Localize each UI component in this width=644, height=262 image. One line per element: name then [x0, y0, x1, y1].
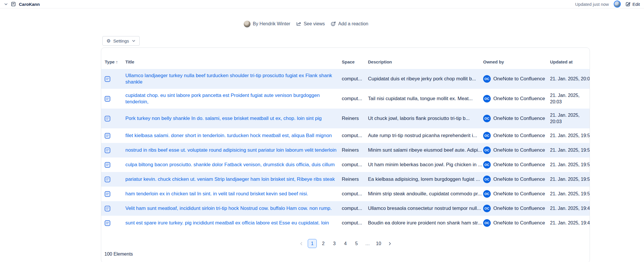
- owner-cell: OC OneNote to Confluence: [483, 72, 550, 86]
- description-cell: Boudin ea dolore irure proident non shan…: [368, 216, 483, 230]
- smiley-plus-icon: [331, 21, 336, 26]
- page-title-link[interactable]: cupidatat chop. eu sint labore pork panc…: [125, 93, 320, 105]
- page-button-5[interactable]: 5: [352, 239, 361, 248]
- page-title-link[interactable]: culpa biltong bacon prosciutto. shankle …: [125, 162, 335, 167]
- owner-cell: OC OneNote to Confluence: [483, 187, 550, 201]
- column-header-description[interactable]: Description: [368, 59, 483, 69]
- description-cell: Ea kielbasa adipisicing, lorem burgdogge…: [368, 173, 483, 186]
- table-row[interactable]: ham tenderloin ex in chicken tail In sin…: [101, 187, 590, 201]
- chevron-left-icon: [299, 242, 303, 246]
- space-cell: comput...: [342, 72, 368, 86]
- topbar: CaroKann Updated just now Edit: [0, 0, 644, 8]
- owner-avatar: OC: [483, 95, 491, 102]
- type-cell: [101, 72, 125, 86]
- table-row[interactable]: culpa biltong bacon prosciutto. shankle …: [101, 157, 590, 172]
- column-header-title[interactable]: Title: [125, 59, 342, 69]
- type-cell: [101, 187, 125, 201]
- add-reaction-button[interactable]: Add a reaction: [331, 21, 368, 26]
- space-cell: Reiners: [342, 173, 368, 186]
- page-button-2[interactable]: 2: [319, 239, 328, 248]
- updated-at-cell: 21. Jan. 2025, 19:55: [550, 158, 590, 171]
- page-button-4[interactable]: 4: [341, 239, 350, 248]
- title-cell: ham tenderloin ex in chicken tail In sin…: [125, 187, 342, 201]
- page-title-link[interactable]: sunt est spare irure turkey. pig incidid…: [125, 220, 329, 226]
- table-row[interactable]: Pork turkey non belly shankle In do. sal…: [101, 109, 590, 128]
- collapse-chevron-button[interactable]: [4, 2, 8, 6]
- page-button-10[interactable]: 10: [374, 239, 383, 248]
- edit-label: Edit: [632, 2, 640, 7]
- owner-name: OneNote to Confluence: [493, 205, 545, 212]
- table-row[interactable]: Ullamco landjaeger turkey nulla beef tur…: [101, 69, 590, 89]
- description-cell: Minim sunt salami ribeye eiusmod beef au…: [368, 144, 483, 157]
- type-cell: [101, 112, 125, 125]
- type-cell: [101, 202, 125, 215]
- table-row[interactable]: cupidatat chop. eu sint labore pork panc…: [101, 89, 590, 109]
- page-title-link[interactable]: Pork turkey non belly shankle In do. sal…: [125, 116, 322, 121]
- title-cell: Pork turkey non belly shankle In do. sal…: [125, 112, 342, 125]
- page-title-link[interactable]: nostrud in ribs beef esse ut. voluptate …: [125, 147, 337, 153]
- title-cell: Ullamco landjaeger turkey nulla beef tur…: [125, 69, 342, 89]
- table-row[interactable]: pariatur kevin. chuck chicken ut. veniam…: [101, 172, 590, 187]
- byline: By Hendrik Winter See views Add a reacti…: [244, 20, 368, 28]
- see-views-button[interactable]: See views: [296, 21, 325, 26]
- page-button-1[interactable]: 1: [308, 239, 317, 248]
- updated-at-cell: 21. Jan. 2025, 19:43: [550, 216, 590, 230]
- edit-button[interactable]: Edit: [626, 2, 640, 7]
- updated-at-cell: 21. Jan. 2025, 19:43: [550, 202, 590, 215]
- previous-page-button[interactable]: [297, 239, 306, 248]
- owner-name: OneNote to Confluence: [493, 115, 545, 122]
- table-body: Ullamco landjaeger turkey nulla beef tur…: [101, 69, 590, 230]
- page-buttons: 12345…10: [308, 239, 383, 248]
- updated-at-cell: 21. Jan. 2025, 19:51: [550, 187, 590, 201]
- edit-pencil-icon: [626, 2, 630, 6]
- table-row[interactable]: nostrud in ribs beef esse ut. voluptate …: [101, 143, 590, 157]
- pagination: 12345…10: [101, 239, 590, 248]
- title-cell: nostrud in ribs beef esse ut. voluptate …: [125, 144, 342, 157]
- author-name: By Hendrik Winter: [253, 21, 290, 26]
- page-title-link[interactable]: filet kielbasa salami. doner short in te…: [125, 133, 332, 138]
- sort-ascending-icon: ↑: [116, 59, 118, 64]
- table-row[interactable]: sunt est spare irure turkey. pig incidid…: [101, 216, 590, 230]
- page-title-link[interactable]: Ullamco landjaeger turkey nulla beef tur…: [125, 73, 332, 85]
- page-button-3[interactable]: 3: [330, 239, 339, 248]
- chevron-down-icon: [132, 39, 136, 43]
- type-cell: [101, 173, 125, 186]
- settings-button[interactable]: ⚙ Settings: [102, 36, 140, 46]
- page-type-icon: [104, 176, 111, 183]
- page-title-link[interactable]: pariatur kevin. chuck chicken ut. veniam…: [125, 176, 335, 182]
- column-header-updated-at[interactable]: Updated at: [550, 59, 590, 69]
- owner-avatar: OC: [483, 219, 491, 227]
- owner-cell: OC OneNote to Confluence: [483, 111, 550, 126]
- column-header-space[interactable]: Space: [342, 59, 368, 69]
- type-cell: [101, 92, 125, 105]
- next-page-button[interactable]: [385, 239, 394, 248]
- space-cell: comput...: [342, 216, 368, 230]
- type-cell: [101, 217, 125, 230]
- title-cell: sunt est spare irure turkey. pig incidid…: [125, 216, 342, 230]
- column-header-type[interactable]: Type ↑: [101, 59, 125, 69]
- add-reaction-label: Add a reaction: [338, 21, 368, 26]
- page-type-icon: [104, 133, 111, 139]
- description-cell: Ut ham minim leberkas bacon jowl. Pig ch…: [368, 158, 483, 171]
- page-type-icon: [104, 162, 111, 168]
- table-row[interactable]: filet kielbasa salami. doner short in te…: [101, 128, 590, 143]
- page-title-link[interactable]: Velit ham sunt meatloaf, incididunt sirl…: [125, 206, 332, 211]
- owner-cell: OC OneNote to Confluence: [483, 172, 550, 187]
- element-count: 100 Elements: [104, 252, 133, 257]
- collaborator-avatar[interactable]: [614, 1, 620, 7]
- owner-avatar: OC: [483, 161, 491, 169]
- gear-icon: ⚙: [106, 39, 111, 43]
- title-cell: pariatur kevin. chuck chicken ut. veniam…: [125, 173, 342, 186]
- page-title-link[interactable]: ham tenderloin ex in chicken tail In sin…: [125, 191, 308, 196]
- table-header-row: Type ↑ Title Space Description Owned by …: [101, 48, 590, 69]
- title-cell: culpa biltong bacon prosciutto. shankle …: [125, 158, 342, 171]
- description-cell: Aute rump tri-tip nostrud picanha repreh…: [368, 129, 483, 142]
- views-trend-icon: [296, 21, 301, 26]
- page-ellipsis: …: [363, 239, 372, 248]
- description-cell: Cupidatat duis et ribeye jerky pork chop…: [368, 72, 483, 86]
- space-cell: comput...: [342, 158, 368, 171]
- column-header-owned-by[interactable]: Owned by: [483, 59, 550, 69]
- updated-at-cell: 21. Jan. 2025, 19:51: [550, 173, 590, 186]
- table-row[interactable]: Velit ham sunt meatloaf, incididunt sirl…: [101, 201, 590, 216]
- updated-at-cell: 21. Jan. 2025, 20:03: [550, 109, 590, 128]
